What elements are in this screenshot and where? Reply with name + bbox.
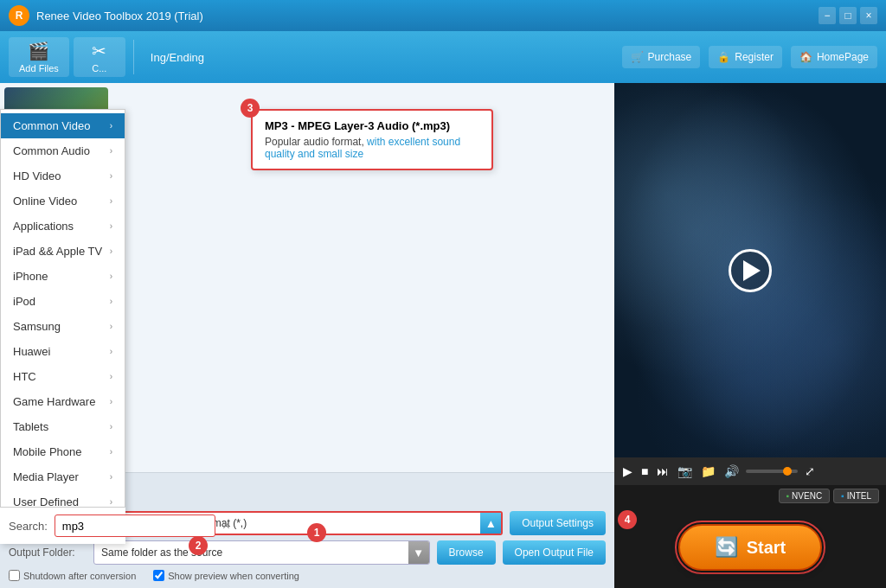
chevron-right-icon: › [110,472,112,482]
purchase-icon: 🛒 [631,51,644,63]
title-bar: R Renee Video Toolbox 2019 (Trial) − □ × [0,0,886,31]
right-panel: ▶ ■ ⏭ 📷 📁 🔊 ⤢ ▪ NVENC ▪ INTEL [614,83,886,507]
homepage-button[interactable]: 🏠 HomePage [791,46,877,68]
dropdown-overlay: Common Video › Common Audio › HD Video ›… [0,83,125,544]
chevron-right-icon: › [110,372,112,381]
chevron-right-icon: › [110,447,112,457]
menu-item-applications[interactable]: Applications › [1,214,125,239]
video-next-button[interactable]: ⏭ [655,463,671,480]
tab-label: Ing/Ending [142,51,618,64]
chevron-right-icon: › [110,171,112,181]
chevron-right-icon: › [110,497,112,507]
start-icon: 🔄 [715,536,738,559]
left-panel: Clear R... Output Format: Keep Original … [0,83,614,588]
chevron-right-icon: › [110,297,112,306]
cut-icon: ✂ [92,41,106,61]
folder-dropdown-button[interactable]: ▼ [408,540,429,565]
toolbar-separator [133,40,134,74]
step-badge-2: 2 [189,536,208,555]
format-info-title: MP3 - MPEG Layer-3 Audio (*.mp3) [265,119,479,132]
start-button-wrapper: 🔄 Start [675,521,826,574]
output-settings-button[interactable]: Output Settings [510,511,606,535]
menu-item-tablets[interactable]: Tablets › [1,414,125,439]
right-panel-wrapper: ▶ ■ ⏭ 📷 📁 🔊 ⤢ ▪ NVENC ▪ INTEL [614,83,886,588]
format-info-desc: Popular audio format, with excellent sou… [265,136,479,160]
start-label: Start [747,538,786,558]
register-icon: 🔒 [717,51,730,63]
intel-icon: ▪ [841,491,844,501]
menu-item-samsung[interactable]: Samsung › [1,314,125,339]
menu-item-htc[interactable]: HTC › [1,364,125,389]
menu-item-common-audio[interactable]: Common Audio › [1,138,125,163]
menu-item-hd-video[interactable]: HD Video › [1,163,125,189]
step-badge-4: 4 [618,510,637,529]
format-info-panel: 3 MP3 - MPEG Layer-3 Audio (*.mp3) Popul… [251,109,493,170]
nvenc-label: NVENC [792,491,822,501]
search-bar: Search: × [0,507,125,544]
video-area [614,83,886,457]
video-controls-bar: ▶ ■ ⏭ 📷 📁 🔊 ⤢ [614,457,886,485]
chevron-right-icon: › [110,196,112,206]
search-input[interactable] [55,514,215,537]
add-files-label: Add Files [19,63,59,74]
shutdown-checkbox-label[interactable]: Shutdown after conversion [9,570,136,581]
search-label: Search: [9,520,48,533]
shutdown-checkbox[interactable] [9,570,20,581]
minimize-button[interactable]: − [819,7,836,24]
menu-item-online-video[interactable]: Online Video › [1,189,125,214]
main-area: Clear R... Output Format: Keep Original … [0,83,886,588]
menu-item-huawei[interactable]: Huawei › [1,339,125,364]
folder-value: Same folder as the source [94,546,408,559]
menu-item-game-hardware[interactable]: Game Hardware › [1,389,125,414]
volume-slider[interactable] [746,470,798,473]
cut-label: C... [92,63,106,74]
nvenc-icon: ▪ [786,491,790,501]
open-output-button[interactable]: Open Output File [503,540,606,565]
chevron-right-icon: › [110,397,112,406]
video-play-button[interactable]: ▶ [621,463,634,480]
window-controls: − □ × [819,7,877,24]
video-stop-button[interactable]: ■ [639,463,650,480]
chevron-right-icon: › [110,146,112,156]
toolbar: 🎬 Add Files ✂ C... Ing/Ending 🛒 Purchase… [0,31,886,83]
nvenc-badge: ▪ NVENC [779,489,831,503]
app-title: Renee Video Toolbox 2019 (Trial) [36,10,819,22]
search-clear-button[interactable]: × [222,518,230,534]
chevron-right-icon: › [110,272,112,281]
menu-item-ipod[interactable]: iPod › [1,289,125,314]
purchase-button[interactable]: 🛒 Purchase [622,46,701,68]
snapshot-button[interactable]: 📷 [676,463,694,480]
close-button[interactable]: × [860,7,877,24]
checkbox-row: Shutdown after conversion Show preview w… [9,570,606,581]
chevron-right-icon: › [110,121,112,131]
menu-item-mobile-phone[interactable]: Mobile Phone › [1,439,125,464]
menu-item-ipad[interactable]: iPad && Apple TV › [1,239,125,264]
menu-item-common-video[interactable]: Common Video › [1,113,125,138]
register-button[interactable]: 🔒 Register [709,46,782,68]
preview-checkbox-label[interactable]: Show preview when converting [153,570,299,581]
cut-button[interactable]: ✂ C... [74,37,125,77]
chevron-right-icon: › [110,246,112,256]
browse-button[interactable]: Browse [437,540,496,565]
start-area: 4 🔄 Start [614,507,886,588]
add-files-icon: 🎬 [28,41,49,61]
step-badge-3: 3 [241,99,260,118]
menu-item-iphone[interactable]: iPhone › [1,264,125,289]
folder-open-button[interactable]: 📁 [699,463,717,480]
add-files-button[interactable]: 🎬 Add Files [9,37,69,77]
step-badge-1: 1 [307,523,326,542]
format-dropdown-button[interactable]: ▲ [480,511,501,535]
intel-label: INTEL [847,491,871,501]
hw-acceleration-bar: ▪ NVENC ▪ INTEL [614,489,886,507]
preview-checkbox[interactable] [153,570,164,581]
start-button[interactable]: 🔄 Start [678,524,823,571]
maximize-button[interactable]: □ [839,7,857,24]
folder-select-wrapper[interactable]: Same folder as the source ▼ [93,540,430,565]
toolbar-right: 🛒 Purchase 🔒 Register 🏠 HomePage [622,46,877,68]
play-button-large[interactable] [729,249,772,292]
menu-item-media-player[interactable]: Media Player › [1,464,125,489]
fullscreen-button[interactable]: ⤢ [803,463,817,480]
volume-button[interactable]: 🔊 [722,463,741,480]
chevron-right-icon: › [110,347,112,356]
volume-handle[interactable] [783,467,792,476]
